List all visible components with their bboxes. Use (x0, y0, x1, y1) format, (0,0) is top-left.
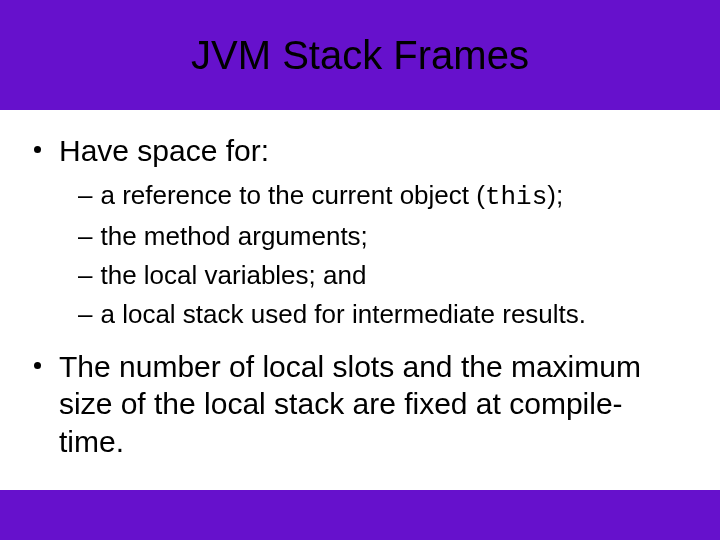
dash-icon: – (78, 178, 92, 213)
sub-item-3-text: the local variables; and (100, 258, 366, 293)
bullet-dot-icon (34, 362, 41, 369)
slide-title: JVM Stack Frames (191, 33, 529, 78)
bullet-main-2: The number of local slots and the maximu… (34, 348, 720, 461)
sub1-code: this (485, 182, 547, 212)
sub-item-4: – a local stack used for intermediate re… (78, 297, 690, 332)
title-bar: JVM Stack Frames (0, 0, 720, 110)
dash-icon: – (78, 297, 92, 332)
sub-item-1: – a reference to the current object (thi… (78, 178, 690, 215)
slide-content: Have space for: – a reference to the cur… (0, 110, 720, 490)
sub-item-3: – the local variables; and (78, 258, 690, 293)
sub-item-2: – the method arguments; (78, 219, 690, 254)
sub1-post: ); (547, 180, 563, 210)
bullet-dot-icon (34, 146, 41, 153)
bullet-main-1: Have space for: (34, 132, 720, 170)
sub1-pre: a reference to the current object ( (100, 180, 484, 210)
bullet-main-1-text: Have space for: (59, 132, 309, 170)
sub-item-2-text: the method arguments; (100, 219, 367, 254)
sub-list: – a reference to the current object (thi… (78, 178, 720, 332)
sub-item-1-text: a reference to the current object (this)… (100, 178, 563, 215)
bullet-main-2-text: The number of local slots and the maximu… (59, 348, 720, 461)
dash-icon: – (78, 219, 92, 254)
dash-icon: – (78, 258, 92, 293)
slide-footer (0, 490, 720, 540)
sub-item-4-text: a local stack used for intermediate resu… (100, 297, 586, 332)
